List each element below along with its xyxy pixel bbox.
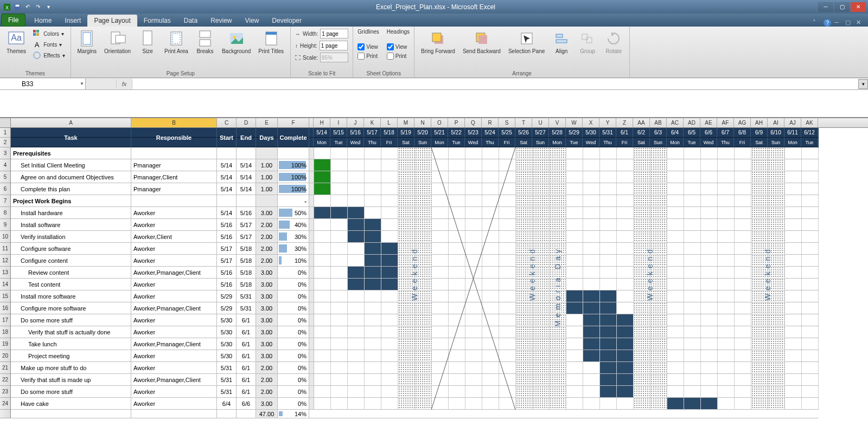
gantt-cell[interactable]	[718, 195, 735, 206]
gantt-cell[interactable]	[667, 195, 684, 206]
gantt-cell[interactable]	[550, 290, 566, 302]
cell-days[interactable]: 3.00	[256, 302, 278, 314]
row-header-13[interactable]: 13	[0, 267, 10, 279]
gantt-cell[interactable]	[516, 159, 533, 171]
cell-task[interactable]: Project Work Begins	[11, 195, 131, 206]
gantt-cell[interactable]	[600, 243, 617, 254]
gantt-cell[interactable]	[701, 243, 718, 254]
gantt-cell[interactable]	[449, 338, 465, 350]
cell-start[interactable]: 5/14	[217, 183, 237, 195]
gantt-cell[interactable]	[650, 398, 667, 409]
column-header-V[interactable]: V	[549, 118, 566, 127]
gantt-cell[interactable]	[381, 255, 398, 266]
gantt-cell[interactable]	[718, 338, 735, 350]
gantt-cell[interactable]	[398, 279, 415, 290]
gantt-cell[interactable]	[381, 338, 398, 350]
column-header-AB[interactable]: AB	[650, 118, 667, 127]
gantt-cell[interactable]	[432, 159, 449, 171]
gantt-cell[interactable]	[465, 207, 482, 218]
gantt-cell[interactable]	[718, 374, 735, 385]
tab-view[interactable]: View	[239, 15, 266, 27]
gantt-cell[interactable]	[802, 302, 819, 314]
gantt-cell[interactable]	[550, 171, 566, 183]
cell-days[interactable]: 2.00	[256, 231, 278, 242]
cell-task[interactable]: Install hardware	[11, 207, 131, 218]
gantt-cell[interactable]	[617, 314, 634, 326]
gantt-cell[interactable]	[550, 326, 566, 338]
gantt-cell[interactable]	[583, 183, 600, 195]
gantt-cell[interactable]	[482, 350, 499, 361]
gantt-cell[interactable]	[667, 279, 684, 290]
gantt-cell[interactable]	[735, 326, 751, 338]
gantt-cell[interactable]	[785, 279, 802, 290]
gantt-cell[interactable]	[667, 207, 684, 218]
gantt-cell[interactable]	[432, 386, 449, 397]
gantt-cell[interactable]	[550, 267, 566, 278]
cell-end[interactable]	[237, 195, 256, 206]
gantt-cell[interactable]	[735, 267, 751, 278]
gantt-cell[interactable]	[634, 255, 650, 266]
gantt-cell[interactable]	[465, 290, 482, 302]
gantt-cell[interactable]	[432, 219, 449, 230]
gantt-cell[interactable]	[600, 398, 617, 409]
gantt-cell[interactable]	[432, 290, 449, 302]
gantt-cell[interactable]	[516, 219, 533, 230]
gantt-cell[interactable]	[381, 195, 398, 206]
gantt-cell[interactable]	[465, 267, 482, 278]
gantt-cell[interactable]	[751, 338, 768, 350]
gantt-cell[interactable]	[600, 255, 617, 266]
gantt-cell[interactable]	[381, 374, 398, 385]
cell-responsible[interactable]: Aworker	[131, 243, 217, 254]
gantt-cell[interactable]	[449, 171, 465, 183]
gantt-cell[interactable]	[398, 207, 415, 218]
gantt-cell[interactable]	[398, 267, 415, 278]
orientation-button[interactable]: Orientation	[102, 29, 133, 55]
gantt-cell[interactable]	[684, 398, 701, 409]
cell-start[interactable]: 5/17	[217, 243, 237, 254]
cell-end[interactable]: 5/18	[237, 255, 256, 266]
gantt-cell[interactable]	[718, 314, 735, 326]
gantt-cell[interactable]	[583, 302, 600, 314]
gantt-cell[interactable]	[718, 279, 735, 290]
cell-days[interactable]: 2.00	[256, 219, 278, 230]
gantt-cell[interactable]	[550, 231, 566, 242]
gantt-cell[interactable]	[650, 338, 667, 350]
gantt-cell[interactable]	[331, 243, 348, 254]
row-header-2[interactable]: 2	[0, 138, 10, 147]
bring-forward-button[interactable]: Bring Forward	[419, 29, 457, 55]
row-header-12[interactable]: 12	[0, 255, 10, 267]
gantt-cell[interactable]	[432, 267, 449, 278]
gantt-cell[interactable]	[650, 195, 667, 206]
gantt-cell[interactable]	[331, 374, 348, 385]
cell-responsible[interactable]: Aworker	[131, 207, 217, 218]
column-header-J[interactable]: J	[347, 118, 364, 127]
cell-complete[interactable]	[278, 147, 309, 159]
gantt-cell[interactable]	[381, 362, 398, 373]
gantt-cell[interactable]	[802, 231, 819, 242]
cell-end[interactable]: 5/31	[237, 290, 256, 302]
cell-days[interactable]: 3.00	[256, 326, 278, 338]
gantt-cell[interactable]	[415, 267, 432, 278]
gantt-cell[interactable]	[768, 290, 785, 302]
gantt-cell[interactable]	[331, 398, 348, 409]
gantt-cell[interactable]	[617, 255, 634, 266]
cell-days[interactable]: 1.00	[256, 171, 278, 183]
gantt-cell[interactable]	[751, 290, 768, 302]
gantt-cell[interactable]	[667, 171, 684, 183]
gantt-cell[interactable]	[365, 374, 381, 385]
gantt-cell[interactable]	[617, 195, 634, 206]
gantt-cell[interactable]	[718, 302, 735, 314]
gantt-cell[interactable]	[415, 350, 432, 361]
gantt-cell[interactable]	[516, 267, 533, 278]
gantt-cell[interactable]	[314, 183, 331, 195]
cell-complete[interactable]: 0%	[278, 362, 309, 373]
gantt-cell[interactable]	[600, 374, 617, 385]
gantt-cell[interactable]	[768, 147, 785, 159]
gantt-cell[interactable]	[398, 398, 415, 409]
cell-complete[interactable]: 0%	[278, 350, 309, 361]
gantt-cell[interactable]	[550, 207, 566, 218]
gantt-cell[interactable]	[566, 171, 583, 183]
gantt-cell[interactable]	[381, 386, 398, 397]
gantt-cell[interactable]	[785, 314, 802, 326]
gantt-cell[interactable]	[751, 171, 768, 183]
